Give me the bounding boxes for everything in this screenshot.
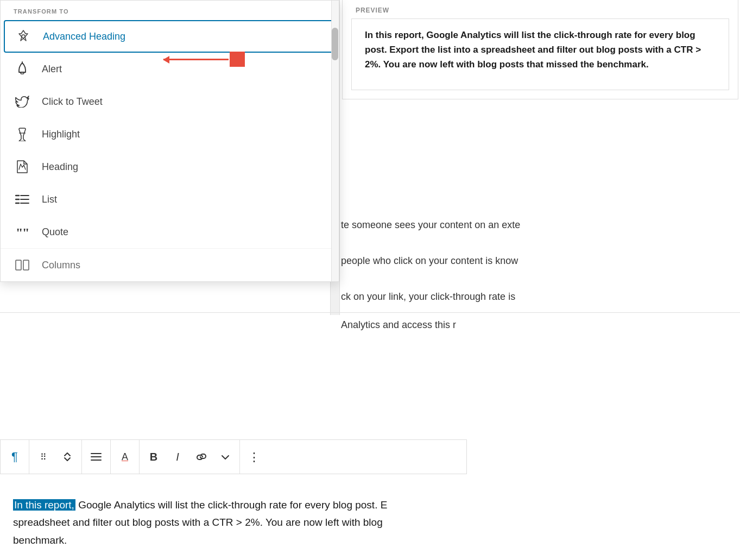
transform-item-heading[interactable]: Heading [1,150,339,183]
arrow-annotation [163,52,245,67]
click-to-tweet-label: Click to Tweet [42,96,103,108]
right-partial-text-1: te someone sees your content on an exte [341,217,520,233]
toolbar-group-formatting: B I [140,440,240,474]
transform-item-click-to-tweet[interactable]: Click to Tweet [1,85,339,118]
drag-button[interactable]: ⠿ [31,445,55,469]
right-partial-text-3: ck on your link, your click-through rate… [341,289,515,305]
advanced-heading-icon [15,28,32,45]
toolbar-group-text-color: A [111,440,140,474]
toolbar-group-options: ⋮ [240,440,268,474]
transform-item-advanced-heading[interactable]: Advanced Heading [4,20,336,53]
block-options-button[interactable]: ⋮ [242,445,266,469]
transform-item-highlight[interactable]: Highlight [1,118,339,150]
list-label: List [42,194,57,205]
dropdown-scrollbar[interactable] [331,1,339,281]
list-icon [14,191,31,208]
svg-text:": " [22,226,29,238]
align-button[interactable] [84,445,108,469]
quote-icon: " " [14,223,31,241]
twitter-icon [14,93,31,110]
heading-label: Heading [42,161,78,173]
toolbar-group-move: ⠿ [29,440,82,474]
highlight-label: Highlight [42,129,80,140]
alert-label: Alert [42,64,62,75]
link-button[interactable] [189,445,213,469]
editor-text-area[interactable]: In this report, Google Analytics will li… [0,486,740,560]
move-updown-button[interactable] [55,445,79,469]
toolbar-group-align [82,440,111,474]
divider [0,312,740,313]
editor-line-1: In this report, Google Analytics will li… [13,496,727,514]
preview-panel: PREVIEW In this report, Google Analytics… [342,0,738,99]
preview-content: In this report, Google Analytics will li… [351,18,729,90]
advanced-heading-label: Advanced Heading [43,31,125,42]
more-options-button[interactable] [213,445,237,469]
preview-label: PREVIEW [343,0,738,18]
transform-item-columns[interactable]: Columns [1,248,339,281]
transform-dropdown: TRANSFORM TO Advanced Heading Alert [0,0,339,282]
dropdown-scrollbar-thumb[interactable] [332,28,338,60]
highlight-icon [14,125,31,143]
svg-rect-15 [16,260,21,270]
quote-label: Quote [42,226,68,238]
paragraph-button[interactable]: ¶ [3,445,27,469]
italic-button[interactable]: I [166,445,189,469]
editor-line-1-text: Google Analytics will list the click-thr… [75,499,387,511]
toolbar: ¶ ⠿ A [0,439,467,474]
editor-line-2: spreadsheet and filter out blog posts wi… [13,514,727,531]
selected-text-highlight: In this report, [13,499,75,511]
arrow-square [230,52,245,67]
text-color-button[interactable]: A [113,445,137,469]
columns-label: Columns [42,260,80,271]
alert-icon [14,60,31,78]
transform-label: TRANSFORM TO [1,1,339,20]
transform-item-quote[interactable]: " " Quote [1,216,339,248]
columns-icon [14,256,31,274]
bold-button[interactable]: B [142,445,166,469]
heading-icon [14,158,31,175]
toolbar-group-transform: ¶ [1,440,29,474]
svg-rect-16 [23,260,29,270]
svg-rect-4 [21,72,24,74]
svg-point-3 [22,35,25,38]
right-partial-text-2: people who click on your content is know [341,253,518,269]
arrow-line [163,59,229,60]
editor-line-3: benchmark. [13,532,727,549]
analytics-text: Analytics and access this r [341,319,456,331]
transform-item-list[interactable]: List [1,183,339,216]
